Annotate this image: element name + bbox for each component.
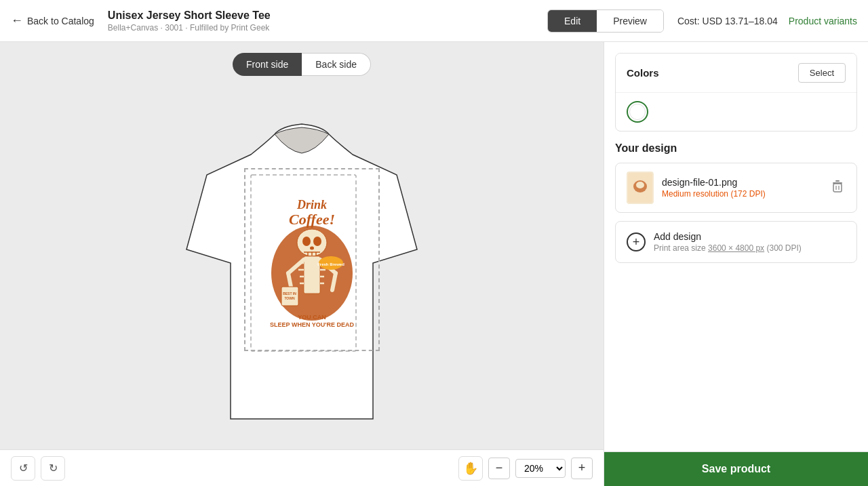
zoom-controls: ✋ − 20% 50% 100% + <box>458 456 593 481</box>
save-product-button[interactable]: Save product <box>604 451 868 486</box>
zoom-in-button[interactable]: + <box>571 458 593 479</box>
add-design-info: Add design Print area size 3600 × 4800 p… <box>654 231 802 253</box>
hand-tool-button[interactable]: ✋ <box>458 456 483 481</box>
colors-label: Colors <box>627 67 659 79</box>
zoom-out-button[interactable]: − <box>488 458 510 479</box>
undo-button[interactable]: ↺ <box>11 456 35 481</box>
canvas-area: Front side Back side <box>0 42 604 486</box>
add-design-label: Add design <box>654 231 802 242</box>
tab-front-side[interactable]: Front side <box>233 53 302 76</box>
back-label: Back to Catalog <box>27 16 94 26</box>
add-design-card[interactable]: + Add design Print area size 3600 × 4800… <box>615 221 857 263</box>
your-design-heading: Your design <box>615 142 857 155</box>
svg-rect-37 <box>833 184 842 192</box>
side-tabs: Front side Back side <box>233 53 371 76</box>
back-arrow-icon: ← <box>11 14 23 28</box>
print-area-text: Print area size <box>654 243 706 253</box>
tshirt-svg-wrapper: Drink Coffee! <box>153 87 451 439</box>
variants-link[interactable]: Product variants <box>789 16 857 26</box>
select-colors-button[interactable]: Select <box>798 63 846 83</box>
svg-point-34 <box>636 182 644 188</box>
svg-point-5 <box>302 237 311 246</box>
tshirt-container: Drink Coffee! <box>0 76 604 449</box>
svg-rect-35 <box>835 180 840 182</box>
svg-text:BEST IN: BEST IN <box>283 291 296 296</box>
svg-point-6 <box>313 237 321 246</box>
svg-text:Coffee!: Coffee! <box>289 211 335 228</box>
zoom-select[interactable]: 20% 50% 100% <box>515 459 566 478</box>
design-file-card: design-file-01.png Medium resolution (17… <box>615 163 857 213</box>
redo-button[interactable]: ↻ <box>41 456 65 481</box>
your-design-section: Your design design-file-01.png Medium re… <box>615 142 857 263</box>
delete-design-button[interactable] <box>829 178 846 198</box>
preview-button[interactable]: Preview <box>597 10 663 32</box>
hand-icon: ✋ <box>463 461 478 476</box>
design-file-info: design-file-01.png Medium resolution (17… <box>662 177 821 199</box>
svg-point-7 <box>310 246 314 249</box>
right-panel: Colors Select Your design <box>604 42 868 486</box>
design-overlay: Drink Coffee! <box>244 168 380 351</box>
undo-icon: ↺ <box>19 462 28 474</box>
print-area-size: 3600 × 4800 px <box>708 243 764 253</box>
print-area-dpi: (300 DPI) <box>766 243 801 253</box>
svg-text:Drink: Drink <box>296 198 327 211</box>
bottom-toolbar: ↺ ↻ ✋ − 20% 50% 100% + <box>0 449 604 486</box>
panel-content: Colors Select Your design <box>604 42 868 451</box>
design-art: Drink Coffee! <box>258 185 366 334</box>
product-info: Unisex Jersey Short Sleeve Tee Bella+Can… <box>108 9 547 33</box>
colors-body <box>616 92 856 131</box>
tab-back-side[interactable]: Back side <box>302 53 371 76</box>
product-title: Unisex Jersey Short Sleeve Tee <box>108 9 547 22</box>
design-filename: design-file-01.png <box>662 177 821 188</box>
edit-button[interactable]: Edit <box>548 10 597 32</box>
design-resolution: Medium resolution (172 DPI) <box>662 189 821 199</box>
colors-section: Colors Select <box>615 53 857 131</box>
zoom-in-icon: + <box>578 461 586 475</box>
trash-icon <box>832 180 843 193</box>
header: ← Back to Catalog Unisex Jersey Short Sl… <box>0 0 868 42</box>
colors-header: Colors Select <box>616 54 856 92</box>
svg-text:SLEEP WHEN YOU'RE DEAD: SLEEP WHEN YOU'RE DEAD <box>270 321 354 328</box>
undo-redo-group: ↺ ↻ <box>11 456 65 481</box>
back-button[interactable]: ← Back to Catalog <box>11 14 94 28</box>
svg-text:Fresh Brewed: Fresh Brewed <box>317 262 344 266</box>
svg-text:TOWN: TOWN <box>284 296 295 300</box>
svg-text:YOU CAN: YOU CAN <box>298 314 326 321</box>
redo-icon: ↻ <box>49 462 58 474</box>
color-swatch-inner <box>629 104 646 120</box>
zoom-out-icon: − <box>496 461 503 475</box>
design-thumbnail <box>627 171 654 204</box>
product-subtitle: Bella+Canvas · 3001 · Fulfilled by Print… <box>108 23 547 33</box>
color-swatch-white[interactable] <box>627 101 648 123</box>
add-design-sub: Print area size 3600 × 4800 px (300 DPI) <box>654 243 802 253</box>
edit-preview-group: Edit Preview <box>547 9 664 33</box>
cost-label: Cost: USD 13.71–18.04 <box>677 16 778 26</box>
main-layout: Front side Back side <box>0 42 868 486</box>
plus-icon: + <box>627 232 646 251</box>
